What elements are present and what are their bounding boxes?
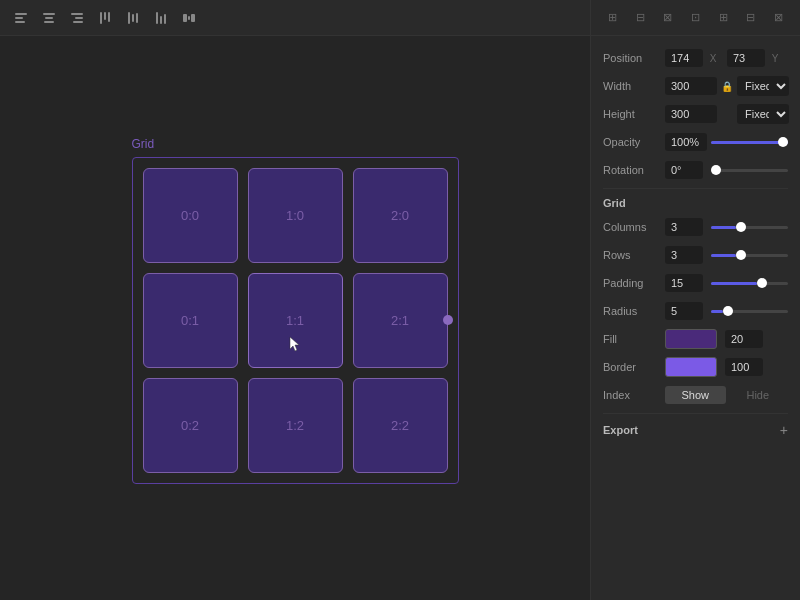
rotation-slider[interactable] <box>711 169 788 172</box>
svg-rect-20 <box>188 16 190 20</box>
align-center-horizontal-icon[interactable] <box>40 9 58 27</box>
svg-rect-0 <box>15 13 27 15</box>
y-label: Y <box>769 53 781 64</box>
rotation-row: Rotation <box>603 156 788 184</box>
width-label: Width <box>603 80 661 92</box>
export-add-button[interactable]: + <box>780 422 788 438</box>
columns-input[interactable] <box>665 218 703 236</box>
svg-rect-10 <box>104 12 106 20</box>
panel-content: Position X Y Width 🔒 Fixed Hug Fill Heig… <box>591 36 800 450</box>
position-x-input[interactable] <box>665 49 703 67</box>
position-y-input[interactable] <box>727 49 765 67</box>
rows-input[interactable] <box>665 246 703 264</box>
rows-row: Rows <box>603 241 788 269</box>
align-right-icon[interactable] <box>68 9 86 27</box>
fill-value-input[interactable] <box>725 330 763 348</box>
canvas-area: Grid 0:0 1:0 2:0 0:1 1:1 2:1 0:2 1:2 2:2 <box>0 0 590 600</box>
svg-rect-7 <box>75 17 83 19</box>
opacity-row: Opacity <box>603 128 788 156</box>
svg-rect-13 <box>132 14 134 22</box>
svg-rect-6 <box>71 13 83 15</box>
x-label: X <box>707 53 719 64</box>
panel-toolbar: ⊞ ⊟ ⊠ ⊡ ⊞ ⊟ ⊠ <box>591 0 800 36</box>
top-toolbar <box>0 0 590 36</box>
align-middle-icon[interactable] <box>124 9 142 27</box>
panel-align-left-icon[interactable]: ⊞ <box>603 11 623 24</box>
index-label: Index <box>603 389 661 401</box>
cell-0-1[interactable]: 0:1 <box>143 273 238 368</box>
index-hide-tab[interactable]: Hide <box>728 386 789 404</box>
panel-align-top-icon[interactable]: ⊡ <box>685 11 705 24</box>
width-row: Width 🔒 Fixed Hug Fill <box>603 72 788 100</box>
radius-slider[interactable] <box>711 310 788 313</box>
panel-align-right-icon[interactable]: ⊠ <box>658 11 678 24</box>
index-tabs: Show Hide <box>665 386 788 404</box>
padding-slider[interactable] <box>711 282 788 285</box>
cell-1-1[interactable]: 1:1 <box>248 273 343 368</box>
padding-input[interactable] <box>665 274 703 292</box>
width-mode-select[interactable]: Fixed Hug Fill <box>737 76 789 96</box>
svg-rect-16 <box>160 16 162 24</box>
svg-rect-9 <box>100 12 102 24</box>
align-top-icon[interactable] <box>96 9 114 27</box>
align-bottom-icon[interactable] <box>152 9 170 27</box>
grid-wrapper: Grid 0:0 1:0 2:0 0:1 1:1 2:1 0:2 1:2 2:2 <box>132 137 459 484</box>
panel-distribute-icon[interactable]: ⊠ <box>768 11 788 24</box>
svg-rect-14 <box>136 13 138 23</box>
opacity-input[interactable] <box>665 133 707 151</box>
radius-row: Radius <box>603 297 788 325</box>
svg-rect-17 <box>164 14 166 24</box>
cell-1-2[interactable]: 1:2 <box>248 378 343 473</box>
border-row: Border <box>603 353 788 381</box>
svg-rect-18 <box>183 14 187 22</box>
columns-slider[interactable] <box>711 226 788 229</box>
border-color-swatch[interactable] <box>665 357 717 377</box>
grid-container: 0:0 1:0 2:0 0:1 1:1 2:1 0:2 1:2 2:2 <box>132 157 459 484</box>
export-row: Export + <box>603 413 788 442</box>
svg-rect-8 <box>73 21 83 23</box>
height-row: Height 🔒 Fixed Hug Fill <box>603 100 788 128</box>
svg-rect-19 <box>191 14 195 22</box>
radius-label: Radius <box>603 305 661 317</box>
svg-rect-11 <box>108 12 110 22</box>
fill-color-swatch[interactable] <box>665 329 717 349</box>
right-panel: ⊞ ⊟ ⊠ ⊡ ⊞ ⊟ ⊠ Position X Y Width 🔒 Fixed… <box>590 0 800 600</box>
svg-rect-12 <box>128 12 130 24</box>
position-label: Position <box>603 52 661 64</box>
index-show-tab[interactable]: Show <box>665 386 726 404</box>
index-row: Index Show Hide <box>603 381 788 409</box>
cell-0-0[interactable]: 0:0 <box>143 168 238 263</box>
cell-0-2[interactable]: 0:2 <box>143 378 238 473</box>
rows-slider[interactable] <box>711 254 788 257</box>
border-value-input[interactable] <box>725 358 763 376</box>
cell-1-0[interactable]: 1:0 <box>248 168 343 263</box>
height-mode-select[interactable]: Fixed Hug Fill <box>737 104 789 124</box>
radius-input[interactable] <box>665 302 703 320</box>
border-label: Border <box>603 361 661 373</box>
columns-label: Columns <box>603 221 661 233</box>
cell-2-0[interactable]: 2:0 <box>353 168 448 263</box>
position-row: Position X Y <box>603 44 788 72</box>
rotation-label: Rotation <box>603 164 661 176</box>
svg-rect-5 <box>44 21 54 23</box>
height-label: Height <box>603 108 661 120</box>
cursor-icon <box>288 335 302 353</box>
cell-2-1[interactable]: 2:1 <box>353 273 448 368</box>
svg-rect-15 <box>156 12 158 24</box>
distribute-icon[interactable] <box>180 9 198 27</box>
width-input[interactable] <box>665 77 717 95</box>
fill-row: Fill <box>603 325 788 353</box>
panel-align-center-icon[interactable]: ⊟ <box>630 11 650 24</box>
panel-align-bottom-icon[interactable]: ⊟ <box>741 11 761 24</box>
panel-align-middle-icon[interactable]: ⊞ <box>713 11 733 24</box>
align-left-icon[interactable] <box>12 9 30 27</box>
svg-rect-3 <box>43 13 55 15</box>
selection-dot <box>443 315 453 325</box>
cell-2-2[interactable]: 2:2 <box>353 378 448 473</box>
lock-icon: 🔒 <box>721 81 733 92</box>
height-input[interactable] <box>665 105 717 123</box>
rotation-input[interactable] <box>665 161 703 179</box>
grid-label: Grid <box>132 137 155 151</box>
opacity-slider[interactable] <box>711 141 788 144</box>
svg-rect-2 <box>15 21 25 23</box>
